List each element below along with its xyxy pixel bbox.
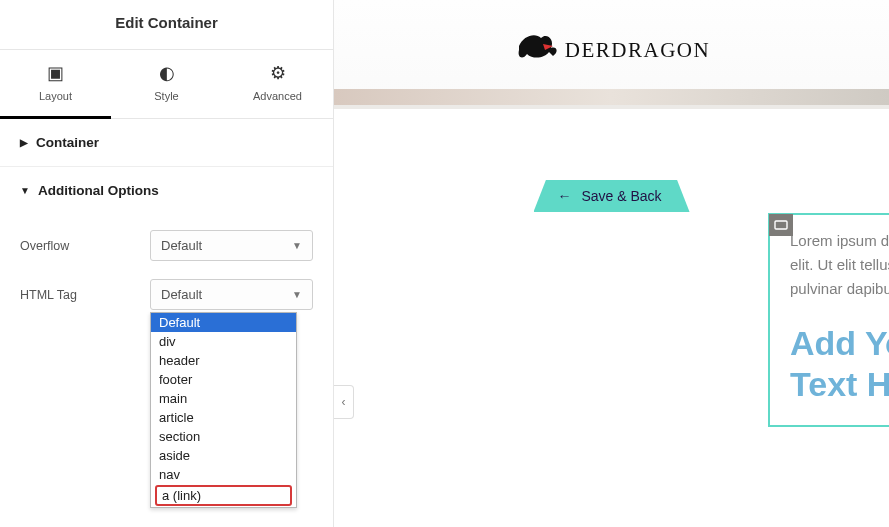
caret-down-icon: ▼ xyxy=(20,185,30,196)
htmltag-opt-main[interactable]: main xyxy=(151,389,296,408)
editor-sidebar: Edit Container ▣ Layout ◐ Style ⚙ Advanc… xyxy=(0,0,334,527)
container-body: Lorem ipsum dolor sit amet, consectetur … xyxy=(770,215,889,425)
style-icon: ◐ xyxy=(111,62,222,84)
tab-advanced-label: Advanced xyxy=(253,90,302,102)
layout-icon: ▣ xyxy=(0,62,111,84)
htmltag-value: Default xyxy=(161,287,202,302)
section-additional-options[interactable]: ▼ Additional Options xyxy=(0,167,333,214)
section-additional-label: Additional Options xyxy=(38,183,159,198)
panel-tabs: ▣ Layout ◐ Style ⚙ Advanced xyxy=(0,50,333,119)
advanced-icon: ⚙ xyxy=(222,62,333,84)
overflow-value: Default xyxy=(161,238,202,253)
lorem-text[interactable]: Lorem ipsum dolor sit amet, consectetur … xyxy=(790,229,889,301)
htmltag-opt-footer[interactable]: footer xyxy=(151,370,296,389)
container-icon xyxy=(774,220,788,230)
htmltag-label: HTML Tag xyxy=(20,288,150,302)
preview-canvas: DERDRAGON ← Save & Back Lorem ipsum dolo… xyxy=(334,0,889,527)
htmltag-opt-header[interactable]: header xyxy=(151,351,296,370)
htmltag-opt-div[interactable]: div xyxy=(151,332,296,351)
tab-layout-label: Layout xyxy=(39,90,72,102)
brand-text: DERDRAGON xyxy=(565,38,710,63)
tab-style[interactable]: ◐ Style xyxy=(111,50,222,118)
htmltag-opt-aside[interactable]: aside xyxy=(151,446,296,465)
tab-advanced[interactable]: ⚙ Advanced xyxy=(222,50,333,118)
controls-area: Overflow Default ▼ HTML Tag Default ▼ De… xyxy=(0,214,333,406)
htmltag-row: HTML Tag Default ▼ Default div header fo… xyxy=(20,279,313,310)
overflow-label: Overflow xyxy=(20,239,150,253)
htmltag-opt-a-link[interactable]: a (link) xyxy=(155,485,292,506)
dragon-icon xyxy=(513,28,561,72)
htmltag-opt-article[interactable]: article xyxy=(151,408,296,427)
selected-container[interactable]: Lorem ipsum dolor sit amet, consectetur … xyxy=(768,213,889,427)
htmltag-opt-default[interactable]: Default xyxy=(151,313,296,332)
site-header: DERDRAGON xyxy=(334,0,889,109)
save-and-back-button[interactable]: ← Save & Back xyxy=(533,180,689,212)
tab-layout[interactable]: ▣ Layout xyxy=(0,50,111,119)
arrow-left-icon: ← xyxy=(557,188,571,204)
overflow-select[interactable]: Default ▼ xyxy=(150,230,313,261)
save-back-label: Save & Back xyxy=(581,188,661,204)
tab-style-label: Style xyxy=(154,90,178,102)
panel-title: Edit Container xyxy=(0,0,333,50)
htmltag-opt-nav[interactable]: nav xyxy=(151,465,296,484)
container-drag-handle[interactable] xyxy=(769,214,793,236)
site-logo: DERDRAGON xyxy=(513,28,710,72)
htmltag-dropdown: Default div header footer main article s… xyxy=(150,312,297,508)
caret-right-icon: ▶ xyxy=(20,137,28,148)
svg-rect-0 xyxy=(775,221,787,229)
chevron-down-icon: ▼ xyxy=(292,289,302,300)
banner-image-strip xyxy=(334,89,889,105)
chevron-down-icon: ▼ xyxy=(292,240,302,251)
heading-widget[interactable]: Add Your Heading Text Here xyxy=(790,323,889,405)
overflow-row: Overflow Default ▼ xyxy=(20,230,313,261)
htmltag-select[interactable]: Default ▼ Default div header footer main… xyxy=(150,279,313,310)
section-container-label: Container xyxy=(36,135,99,150)
section-container[interactable]: ▶ Container xyxy=(0,119,333,167)
htmltag-opt-section[interactable]: section xyxy=(151,427,296,446)
